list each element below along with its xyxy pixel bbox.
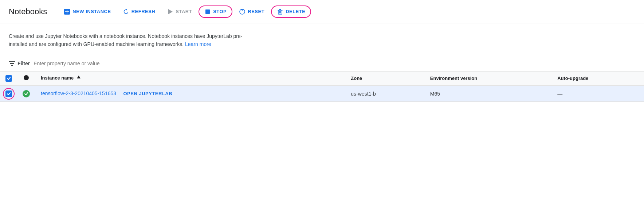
filter-bar: Filter: [0, 56, 644, 71]
stop-icon: [204, 8, 211, 15]
table-row: tensorflow-2-3-20210405-151653 OPEN JUPY…: [0, 85, 644, 102]
svg-marker-3: [168, 9, 173, 14]
svg-rect-2: [65, 11, 69, 12]
open-jupyterlab-button[interactable]: OPEN JUPYTERLAB: [123, 91, 173, 96]
row-zone: us-west1-b: [351, 91, 376, 97]
instance-name-label: Instance name: [41, 75, 74, 81]
page-title: Notebooks: [9, 7, 47, 16]
row-env-version-cell: M65: [424, 85, 551, 102]
start-label: START: [176, 9, 192, 14]
instances-table: Instance name Zone Environment version A…: [0, 71, 644, 102]
svg-rect-13: [10, 63, 14, 64]
row-env-version: M65: [430, 91, 440, 97]
new-instance-button[interactable]: NEW INSTANCE: [59, 5, 116, 18]
row-checkbox-wrap[interactable]: [5, 90, 12, 97]
delete-button[interactable]: DELETE: [271, 5, 311, 18]
row-auto-upgrade: —: [557, 91, 562, 97]
svg-rect-12: [9, 61, 15, 62]
row-instance-name-cell: tensorflow-2-3-20210405-151653 OPEN JUPY…: [35, 85, 345, 102]
row-checkbox-cell[interactable]: [0, 85, 17, 102]
reset-icon: [239, 8, 246, 15]
refresh-button[interactable]: REFRESH: [118, 5, 161, 18]
svg-rect-14: [11, 65, 13, 66]
sort-asc-icon: [76, 75, 81, 81]
row-auto-upgrade-cell: —: [551, 85, 644, 102]
toolbar: Notebooks NEW INSTANCE REFRESH: [0, 0, 644, 23]
svg-rect-9: [280, 11, 281, 13]
header-select-all[interactable]: [0, 71, 17, 85]
play-icon: [167, 8, 173, 15]
header-auto-upgrade: Auto-upgrade: [551, 71, 644, 85]
refresh-icon: [123, 8, 129, 15]
header-zone: Zone: [345, 71, 424, 85]
filter-label: Filter: [17, 61, 30, 66]
running-status-icon: [23, 90, 30, 97]
toolbar-actions: NEW INSTANCE REFRESH START: [59, 5, 311, 18]
status-header-dot: [24, 75, 29, 80]
svg-rect-7: [278, 10, 282, 14]
filter-icon-label: Filter: [9, 61, 30, 66]
reset-button[interactable]: RESET: [234, 5, 270, 18]
row-status-cell: [17, 85, 35, 102]
trash-icon: [277, 8, 283, 15]
plus-icon: [64, 8, 70, 15]
instance-name-link[interactable]: tensorflow-2-3-20210405-151653: [41, 90, 116, 96]
description-section: Create and use Jupyter Notebooks with a …: [0, 23, 255, 56]
header-env-version: Environment version: [424, 71, 551, 85]
learn-more-link[interactable]: Learn more: [185, 41, 211, 47]
delete-label: DELETE: [286, 9, 305, 14]
start-button[interactable]: START: [162, 5, 197, 18]
row-checkbox[interactable]: [5, 90, 12, 97]
svg-rect-8: [279, 11, 280, 13]
header-instance-name[interactable]: Instance name: [35, 71, 345, 85]
stop-label: STOP: [213, 9, 227, 14]
filter-icon: [9, 61, 15, 66]
new-instance-label: NEW INSTANCE: [72, 9, 111, 14]
svg-rect-11: [279, 9, 281, 10]
reset-label: RESET: [248, 9, 264, 14]
table-wrap: Instance name Zone Environment version A…: [0, 71, 644, 102]
refresh-label: REFRESH: [131, 9, 156, 14]
select-all-checkbox[interactable]: [5, 75, 12, 82]
stop-button[interactable]: STOP: [199, 5, 232, 18]
svg-rect-4: [205, 9, 210, 14]
header-status: [17, 71, 35, 85]
filter-input[interactable]: [34, 61, 143, 66]
svg-marker-15: [77, 76, 80, 78]
table-header-row: Instance name Zone Environment version A…: [0, 71, 644, 85]
svg-rect-10: [278, 10, 283, 11]
row-zone-cell: us-west1-b: [345, 85, 424, 102]
